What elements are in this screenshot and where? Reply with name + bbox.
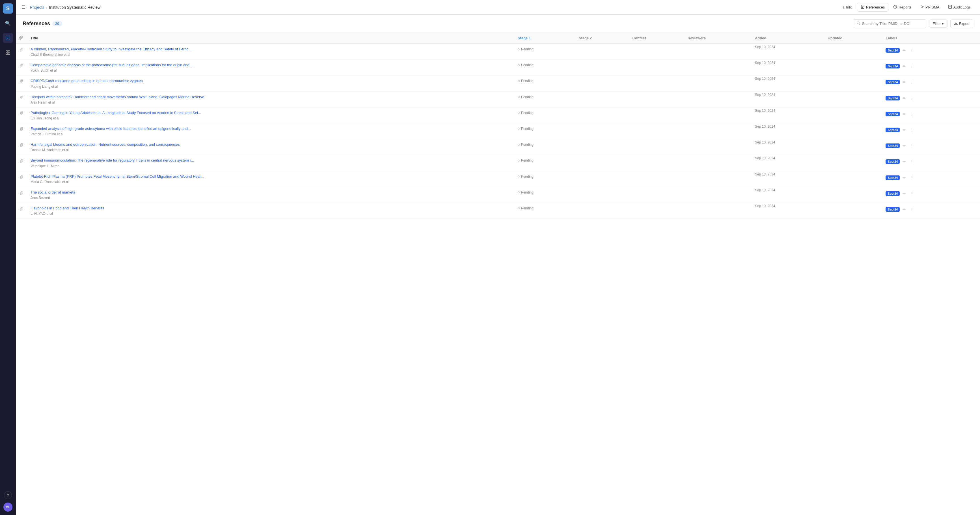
row-edit-icon-5[interactable]: ✏ <box>901 127 907 133</box>
row-more-icon-0[interactable]: ⋮ <box>909 48 915 53</box>
svg-rect-18 <box>954 24 958 25</box>
stage1-label-10: Pending <box>521 206 533 210</box>
row-authors-9: Jens Beckert <box>30 196 511 200</box>
search-box[interactable] <box>853 19 926 28</box>
row-label-tag-0[interactable]: Sept24 <box>886 48 900 53</box>
row-label-tag-5[interactable]: Sept24 <box>886 128 900 132</box>
row-more-icon-1[interactable]: ⋮ <box>909 64 915 69</box>
stage1-dot-6 <box>518 144 520 146</box>
row-title-4[interactable]: Pathological Gaming in Young Adolescents… <box>30 110 511 115</box>
sidebar: S 🔍 ? ML <box>0 0 16 515</box>
user-avatar[interactable]: ML <box>3 502 13 512</box>
search-input[interactable] <box>862 21 923 26</box>
col-labels-header[interactable]: Labels <box>882 33 980 43</box>
row-attach-6 <box>16 139 27 155</box>
col-conflict-header[interactable]: Conflict <box>629 33 684 43</box>
row-edit-icon-2[interactable]: ✏ <box>901 79 907 85</box>
row-more-icon-9[interactable]: ⋮ <box>909 191 915 196</box>
row-title-cell-7: Beyond immunomodulation: The regenerativ… <box>27 155 514 171</box>
row-more-icon-4[interactable]: ⋮ <box>909 111 915 117</box>
row-edit-icon-6[interactable]: ✏ <box>901 143 907 148</box>
col-attach <box>16 33 27 43</box>
row-more-icon-7[interactable]: ⋮ <box>909 159 915 164</box>
svg-rect-4 <box>6 51 8 53</box>
row-conflict-4 <box>629 107 684 123</box>
top-navigation: ☰ Projects › Institution Systematic Revi… <box>16 0 980 15</box>
col-added-header[interactable]: Added <box>751 33 824 43</box>
row-title-6[interactable]: Harmful algal blooms and eutrophication:… <box>30 142 511 147</box>
col-stage2-header[interactable]: Stage 2 <box>575 33 629 43</box>
row-added-4: Sep 10, 2024 <box>751 107 824 123</box>
row-edit-icon-1[interactable]: ✏ <box>901 64 907 69</box>
nav-references-button[interactable]: References <box>857 3 888 11</box>
row-label-tag-1[interactable]: Sept24 <box>886 64 900 69</box>
nav-info-button[interactable]: ℹ Info <box>840 3 856 11</box>
row-title-8[interactable]: Platelet-Rich Plasma (PRP) Promotes Feta… <box>30 174 511 179</box>
row-label-tag-8[interactable]: Sept24 <box>886 175 900 180</box>
row-title-1[interactable]: Comparative genomic analysis of the prot… <box>30 62 511 68</box>
row-label-tag-10[interactable]: Sept24 <box>886 207 900 212</box>
row-label-tag-9[interactable]: Sept24 <box>886 191 900 196</box>
row-more-icon-5[interactable]: ⋮ <box>909 127 915 133</box>
row-title-0[interactable]: A Blinded, Randomized, Placebo-Controlle… <box>30 47 511 52</box>
row-title-2[interactable]: CRISPR/Cas9-mediated gene editing in hum… <box>30 78 511 83</box>
row-edit-icon-10[interactable]: ✏ <box>901 207 907 212</box>
topnav-actions: ℹ Info References Reports PRISMA <box>840 3 974 11</box>
row-label-tag-4[interactable]: Sept24 <box>886 112 900 116</box>
row-more-icon-2[interactable]: ⋮ <box>909 79 915 85</box>
stage1-dot-1 <box>518 64 520 66</box>
breadcrumb-parent[interactable]: Projects <box>30 5 45 10</box>
row-label-tag-2[interactable]: Sept24 <box>886 80 900 85</box>
help-icon[interactable]: ? <box>4 491 12 499</box>
row-edit-icon-9[interactable]: ✏ <box>901 191 907 196</box>
sidebar-item-grid[interactable] <box>3 48 13 58</box>
row-title-9[interactable]: The social order of markets <box>30 190 511 195</box>
nav-reports-button[interactable]: Reports <box>889 3 915 11</box>
row-authors-6: Donald M. Anderson et al <box>30 148 511 152</box>
col-updated-header[interactable]: Updated <box>824 33 882 43</box>
export-button[interactable]: Export <box>950 19 973 28</box>
row-reviewers-8 <box>684 171 751 187</box>
row-stage2-2 <box>575 75 629 91</box>
row-title-cell-8: Platelet-Rich Plasma (PRP) Promotes Feta… <box>27 171 514 187</box>
row-more-icon-6[interactable]: ⋮ <box>909 143 915 148</box>
col-reviewers-header[interactable]: Reviewers <box>684 33 751 43</box>
row-added-3: Sep 10, 2024 <box>751 91 824 107</box>
row-edit-icon-8[interactable]: ✏ <box>901 175 907 180</box>
filter-button[interactable]: Filter ▾ <box>929 19 948 28</box>
row-stage2-7 <box>575 155 629 171</box>
row-stage1-1: Pending <box>514 60 575 75</box>
row-title-10[interactable]: Flavonoids in Food and Their Health Bene… <box>30 206 511 211</box>
sidebar-item-review[interactable] <box>3 33 13 43</box>
row-label-tag-3[interactable]: Sept24 <box>886 96 900 100</box>
stage1-label-3: Pending <box>521 95 533 99</box>
row-title-5[interactable]: Expanded analysis of high-grade astrocyt… <box>30 126 511 131</box>
row-edit-icon-4[interactable]: ✏ <box>901 111 907 117</box>
row-title-3[interactable]: Hotspots within hotspots? Hammerhead sha… <box>30 94 511 100</box>
row-edit-icon-7[interactable]: ✏ <box>901 159 907 164</box>
row-label-tag-6[interactable]: Sept24 <box>886 143 900 148</box>
svg-line-17 <box>859 24 860 25</box>
sidebar-item-search[interactable]: 🔍 <box>3 18 13 28</box>
row-edit-icon-0[interactable]: ✏ <box>901 48 907 53</box>
col-stage1-header[interactable]: Stage 1 <box>514 33 575 43</box>
app-logo[interactable]: S <box>3 3 13 14</box>
row-authors-8: Maria G. Roubelakis et al <box>30 180 511 184</box>
row-title-7[interactable]: Beyond immunomodulation: The regenerativ… <box>30 158 511 163</box>
menu-icon[interactable]: ☰ <box>21 5 25 10</box>
row-title-cell-4: Pathological Gaming in Young Adolescents… <box>27 107 514 123</box>
row-label-tag-7[interactable]: Sept24 <box>886 159 900 164</box>
nav-prisma-button[interactable]: PRISMA <box>916 3 943 11</box>
nav-audit-logs-button[interactable]: Audit Logs <box>944 3 974 11</box>
row-stage2-8 <box>575 171 629 187</box>
row-conflict-10 <box>629 202 684 218</box>
row-reviewers-9 <box>684 187 751 202</box>
row-edit-icon-3[interactable]: ✏ <box>901 96 907 101</box>
row-more-icon-10[interactable]: ⋮ <box>909 207 915 212</box>
row-more-icon-8[interactable]: ⋮ <box>909 175 915 180</box>
row-more-icon-3[interactable]: ⋮ <box>909 96 915 101</box>
row-added-7: Sep 10, 2024 <box>751 155 824 171</box>
stage1-label-8: Pending <box>521 175 533 179</box>
row-attach-8 <box>16 171 27 187</box>
table-row: Comparative genomic analysis of the prot… <box>16 60 980 75</box>
